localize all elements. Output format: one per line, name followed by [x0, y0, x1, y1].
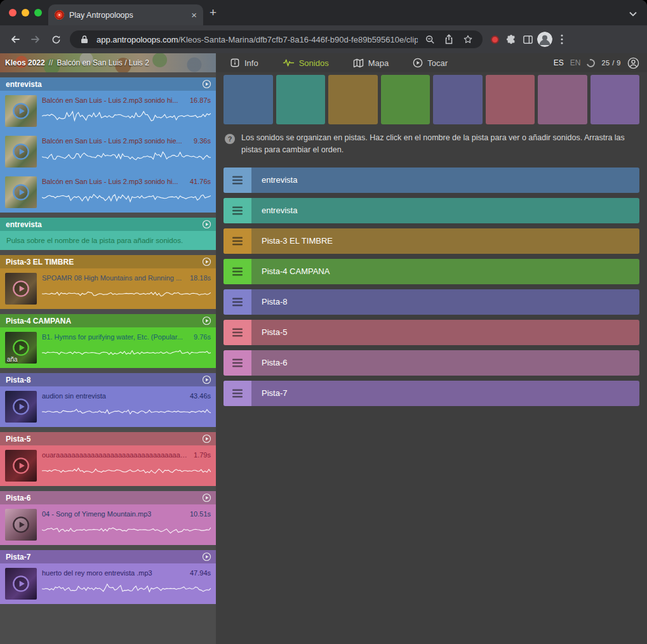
track-row-entrevista-2[interactable]: entrevista — [223, 198, 639, 223]
swatch-entrevista[interactable] — [223, 75, 273, 124]
drag-handle[interactable] — [223, 259, 251, 284]
lang-es-toggle[interactable]: ES — [554, 58, 564, 67]
nav-sonidos[interactable]: Sonidos — [283, 58, 329, 68]
track-row-pista-7[interactable]: Pista-7 — [223, 381, 639, 406]
swatch-pista-7[interactable] — [590, 75, 640, 124]
track-row-pista-6[interactable]: Pista-6 — [223, 350, 639, 376]
clip-title: 04 - Song of Yimeng Mountain.mp3 — [42, 509, 151, 518]
track-header[interactable]: Pista-6 — [0, 491, 216, 504]
clip[interactable]: ouaraaaaaaaaaaaaaaaaaaaaaaaaaaaaaaaaa...… — [0, 445, 216, 486]
clip-thumbnail[interactable] — [5, 450, 37, 482]
nav-tocar-label: Tocar — [427, 58, 448, 68]
lock-icon[interactable] — [77, 32, 91, 46]
clip[interactable]: Balcón en San Luis - Luis 2.mp3 sonido h… — [0, 91, 216, 131]
forward-button[interactable] — [27, 30, 44, 48]
track-header[interactable]: Pista-4 CAMPANA — [0, 314, 216, 327]
lang-en-toggle[interactable]: EN — [570, 58, 581, 67]
tab-list-chevron-icon[interactable] — [629, 8, 637, 19]
track-play-button[interactable] — [202, 220, 211, 229]
swatch-pista-8[interactable] — [433, 75, 483, 124]
swatch-pista-4[interactable] — [381, 75, 430, 124]
clip[interactable]: SPOAMR 08 High Mountains and Running ...… — [0, 268, 216, 309]
track-row-pista-3[interactable]: Pista-3 EL TIMBRE — [223, 228, 639, 254]
track-name: entrevista — [6, 80, 202, 89]
track-play-button[interactable] — [202, 552, 211, 562]
side-panel-icon[interactable] — [521, 32, 535, 46]
minimize-window-button[interactable] — [22, 9, 29, 16]
track-row-entrevista[interactable]: entrevista — [223, 168, 639, 193]
track-name: Pista-3 EL TIMBRE — [6, 258, 202, 266]
track-row-label: entrevista — [251, 198, 297, 223]
back-button[interactable] — [6, 30, 24, 48]
drag-handle[interactable] — [223, 381, 251, 406]
nav-mapa[interactable]: Mapa — [353, 58, 389, 68]
bookmark-star-icon[interactable] — [461, 32, 475, 46]
new-tab-button[interactable]: + — [210, 6, 217, 18]
close-window-button[interactable] — [9, 9, 17, 16]
drag-handle[interactable] — [223, 228, 251, 254]
swatch-pista-5[interactable] — [486, 75, 535, 124]
clip-thumbnail[interactable] — [5, 95, 37, 127]
nav-info[interactable]: Info — [230, 58, 258, 68]
track-row-pista-5[interactable]: Pista-5 — [223, 320, 639, 345]
thumbnail-caption: aña — [7, 356, 18, 363]
track-play-button[interactable] — [202, 375, 211, 384]
browser-window: Play Antropoloops × + app.antropoloops.c… — [0, 0, 647, 644]
reload-button[interactable] — [47, 30, 65, 48]
recording-extension-icon[interactable] — [488, 32, 502, 46]
drag-handle[interactable] — [223, 168, 251, 193]
clip[interactable]: audion sin entrevista 43.46s — [0, 386, 216, 427]
drag-handle[interactable] — [223, 289, 251, 315]
zoom-icon[interactable] — [423, 32, 437, 46]
track-play-button[interactable] — [202, 434, 211, 444]
track-play-button[interactable] — [202, 493, 211, 503]
track-play-button[interactable] — [202, 79, 211, 89]
extensions-puzzle-icon[interactable] — [504, 32, 518, 46]
track-section-pista-7: Pista-7 huerto del rey moro entrevista .… — [0, 550, 216, 604]
clip-thumbnail[interactable] — [5, 509, 37, 541]
clip[interactable]: 04 - Song of Yimeng Mountain.mp3 10.51s — [0, 504, 216, 545]
clip-play-icon — [12, 183, 30, 201]
clip-thumbnail[interactable] — [5, 391, 37, 423]
track-header[interactable]: entrevista — [0, 218, 216, 231]
clip-play-icon — [12, 516, 30, 534]
drag-handle[interactable] — [223, 350, 251, 376]
track-header[interactable]: entrevista — [0, 77, 216, 91]
drag-handle[interactable] — [223, 320, 251, 345]
fullscreen-window-button[interactable] — [34, 9, 42, 16]
clip-thumbnail[interactable]: aña — [5, 332, 37, 364]
account-icon[interactable] — [627, 57, 639, 69]
clip-play-icon — [12, 102, 30, 120]
track-header[interactable]: Pista-5 — [0, 432, 216, 445]
swatch-pista-6[interactable] — [538, 75, 587, 124]
tab-close-icon[interactable]: × — [191, 10, 197, 20]
clip-thumbnail[interactable] — [5, 273, 37, 305]
track-row-pista-8[interactable]: Pista-8 — [223, 289, 639, 315]
clip[interactable]: Balcón en San Luis - Luis 2.mp3 sonido h… — [0, 131, 216, 172]
browser-menu-kebab-icon[interactable] — [555, 32, 569, 46]
swatch-entrevista-2[interactable] — [276, 75, 326, 124]
track-play-button[interactable] — [202, 316, 211, 325]
track-play-button[interactable] — [202, 257, 211, 266]
track-row-pista-4[interactable]: Pista-4 CAMPANA — [223, 259, 639, 284]
track-name: Pista-5 — [6, 435, 202, 444]
address-bar[interactable]: app.antropoloops.com/Kleos-Santa-Marina/… — [70, 30, 483, 48]
track-header[interactable]: Pista-7 — [0, 550, 216, 563]
browser-tab[interactable]: Play Antropoloops × — [48, 4, 203, 25]
track-header[interactable]: Pista-8 — [0, 373, 216, 386]
share-icon[interactable] — [442, 32, 456, 46]
profile-avatar[interactable] — [537, 32, 552, 47]
swatch-pista-3[interactable] — [328, 75, 378, 124]
clip-thumbnail[interactable] — [5, 136, 37, 168]
clip-play-icon — [12, 280, 30, 298]
nav-tocar[interactable]: Tocar — [413, 58, 448, 68]
clip[interactable]: Balcón en San Luis - Luis 2.mp3 sonido h… — [0, 172, 216, 213]
clip[interactable]: aña B1. Hymns for purifying water, Etc. … — [0, 327, 216, 368]
clip[interactable]: huerto del rey moro entrevista .mp3 47.9… — [0, 563, 216, 604]
drag-handle[interactable] — [223, 198, 251, 223]
clip-thumbnail[interactable] — [5, 568, 37, 600]
clip-thumbnail[interactable] — [5, 176, 37, 208]
loaded-counter: 25 / 9 — [601, 59, 621, 67]
track-header[interactable]: Pista-3 EL TIMBRE — [0, 255, 216, 268]
clip-play-icon — [12, 398, 30, 416]
